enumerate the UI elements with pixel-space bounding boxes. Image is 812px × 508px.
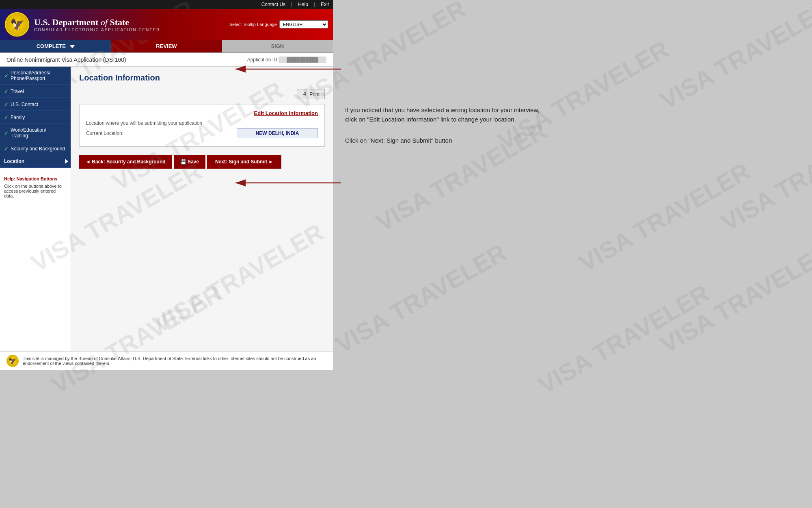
help-title: Help: Navigation Buttons [4,176,67,181]
language-select[interactable]: ENGLISH SPANISH FRENCH [279,20,328,28]
separator1: | [291,2,292,7]
sidebar-item-label: Location [4,158,24,164]
checkmark-icon: ✓ [4,73,9,79]
current-location-value: NEW DELHI, INDIA [237,128,318,138]
help-body: Click on the buttons above to access pre… [4,184,67,198]
dept-title: U.S. Department of State CONSULAR ELECTR… [34,17,160,32]
sidebar-item-label: Work/Education/Training [11,127,46,139]
app-id: Application ID ██████████ [247,56,326,63]
exit-link[interactable]: Exit [321,2,329,7]
help-label: Help: [4,176,15,181]
current-location-label: Current Location: [86,130,237,136]
dept-name: U.S. Department of State [34,17,160,28]
footer-seal: 🦅 [6,355,19,367]
checkmark-icon: ✓ [4,145,9,152]
main-layout: ✓ Personal/Address/Phone/Passport ✓ Trav… [0,67,333,351]
nav-tabs: COMPLETE REVIEW SIGN [0,40,333,53]
watermark: VISA TRAVELER [330,238,511,358]
footer-logo-row: 🦅 This site is managed by the Bureau of … [6,355,326,367]
checkmark-icon: ✓ [4,130,9,136]
sidebar: ✓ Personal/Address/Phone/Passport ✓ Trav… [0,67,71,351]
edit-location-link[interactable]: Edit Location Information [254,110,318,116]
help-link[interactable]: Help [298,2,308,7]
form-title: Online Nonimmigrant Visa Application (DS… [6,56,126,63]
sidebar-item-label: U.S. Contact [11,102,38,107]
sidebar-item-personal[interactable]: ✓ Personal/Address/Phone/Passport [0,67,71,85]
checkmark-icon: ✓ [4,88,9,94]
arrow-right-icon [65,159,68,164]
bottom-nav: ◄ Back: Security and Background 💾 Save N… [79,155,325,169]
footer-text: This site is managed by the Bureau of Co… [23,356,326,366]
app-id-bar: Online Nonimmigrant Visa Application (DS… [0,53,333,67]
separator2: | [314,2,315,7]
sidebar-item-location[interactable]: Location [0,155,71,168]
sidebar-item-travel[interactable]: ✓ Travel [0,85,71,98]
language-selector-area: Select Tooltip Language ENGLISH SPANISH … [229,20,328,28]
watermark: VISA TRAVELER [655,0,812,115]
dept-seal: 🦅 [5,12,29,37]
site-header: 🦅 U.S. Department of State CONSULAR ELEC… [0,9,333,40]
print-label: Print [309,91,320,97]
dept-subtitle: CONSULAR ELECTRONIC APPLICATION CENTER [34,28,160,32]
contact-us-link[interactable]: Contact Us [261,2,285,7]
content-area: Location Information 🖨 Print Edit Locati… [71,67,333,351]
checkmark-icon: ✓ [4,114,9,120]
dropdown-arrow-icon [70,45,75,48]
sidebar-item-label: Travel [11,89,24,94]
tab-complete[interactable]: COMPLETE [0,40,111,52]
location-submit-label: Location where you will be submitting yo… [86,120,318,126]
printer-icon: 🖨 [302,91,307,97]
watermark: VISA TRAVELER [716,116,812,237]
checkmark-icon: ✓ [4,101,9,107]
footer: 🦅 This site is managed by the Bureau of … [0,351,333,370]
tab-sign[interactable]: SIGN [222,40,333,52]
back-button[interactable]: ◄ Back: Security and Background [79,155,172,169]
language-label: Select Tooltip Language [229,22,277,27]
app-id-label: Application ID [247,57,277,63]
review-label: REVIEW [156,43,177,49]
sidebar-item-work[interactable]: ✓ Work/Education/Training [0,124,71,142]
edit-link-row: Edit Location Information [86,110,318,116]
watermark: VISA TRAVELER [574,157,754,277]
sign-label: SIGN [271,43,284,49]
page-title: Location Information [79,73,325,82]
tab-review[interactable]: REVIEW [111,40,222,52]
print-button[interactable]: 🖨 Print [297,89,325,99]
app-id-value: ██████████ [279,56,326,63]
help-subtitle: Navigation Buttons [17,176,58,181]
eagle-icon: 🦅 [10,18,24,31]
current-location-row: Current Location: NEW DELHI, INDIA [86,128,318,138]
location-info-box: Edit Location Information Location where… [79,104,325,147]
watermark: VISA TRAVELER [655,238,812,358]
next-button[interactable]: Next: Sign and Submit ► [207,155,281,169]
annotation-text-1: If you noticed that you have selected a … [345,106,540,124]
sidebar-help: Help: Navigation Buttons Click on the bu… [0,172,71,202]
annotation-area: If you noticed that you have selected a … [345,106,540,145]
sidebar-item-label: Security and Background [11,146,65,152]
print-bar: 🖨 Print [79,89,325,99]
sidebar-item-us-contact[interactable]: ✓ U.S. Contact [0,98,71,111]
sidebar-item-label: Family [11,115,25,120]
top-bar: Contact Us | Help | Exit [0,0,333,9]
location-submit-row: Location where you will be submitting yo… [86,120,318,126]
sidebar-item-security[interactable]: ✓ Security and Background [0,142,71,155]
watermark: VISA TRAVELER [533,279,714,399]
save-button[interactable]: 💾 Save [174,155,205,169]
complete-label: COMPLETE [37,43,66,49]
annotation-text-2: Click on "Next: Sign and Submit" button [345,136,540,145]
sidebar-item-family[interactable]: ✓ Family [0,111,71,124]
sidebar-item-label: Personal/Address/Phone/Passport [11,70,50,81]
